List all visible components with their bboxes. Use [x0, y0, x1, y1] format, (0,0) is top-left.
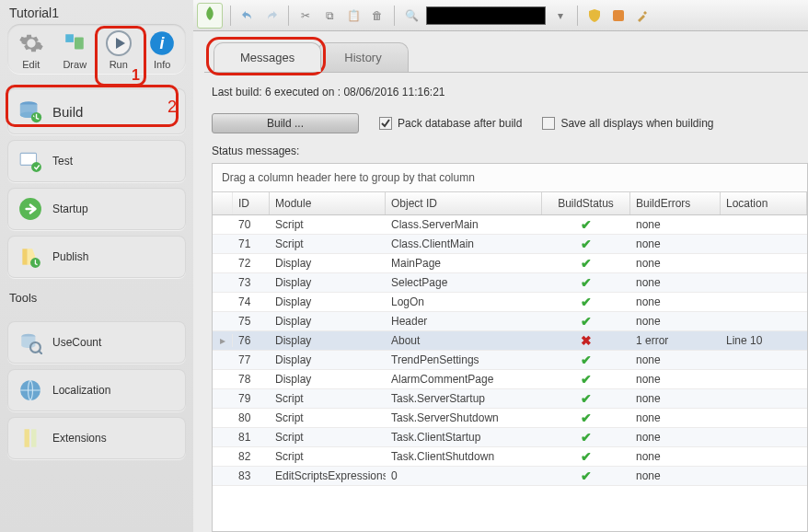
grid-header: ID Module Object ID BuildStatus BuildErr…: [213, 192, 807, 215]
tab-messages[interactable]: Messages: [214, 42, 321, 72]
usecount-icon: [17, 330, 43, 355]
cell-module: Display: [270, 257, 386, 270]
cell-object-id: LogOn: [386, 295, 542, 308]
top-toolbar: ✂ ⧉ 📋 🗑 🔍 ▾: [193, 0, 808, 31]
draw-view-button[interactable]: Draw: [57, 29, 94, 70]
tabs-row: Messages History 3: [214, 42, 808, 72]
edit-label: Edit: [22, 59, 40, 70]
pack-database-checkbox[interactable]: Pack database after build: [379, 117, 522, 130]
cell-id: 82: [233, 450, 270, 463]
svg-line-14: [39, 351, 42, 354]
tools-icon[interactable]: [633, 6, 652, 25]
col-module[interactable]: Module: [270, 192, 386, 214]
sidebar-item-usecount[interactable]: UseCount: [7, 321, 186, 364]
project-title: Tutorial1: [7, 4, 186, 24]
wizard-icon[interactable]: [609, 6, 628, 25]
svg-rect-18: [613, 10, 624, 21]
cell-object-id: Header: [386, 315, 542, 328]
sidebar-item-publish[interactable]: Publish: [7, 236, 186, 278]
gear-icon: [17, 29, 45, 57]
sidebar-item-extensions[interactable]: Extensions: [7, 417, 186, 459]
zoom-icon[interactable]: 🔍: [402, 6, 421, 25]
cell-build-status: ✔: [542, 275, 630, 290]
run-view-button[interactable]: Run 1: [100, 29, 137, 70]
table-row[interactable]: 71ScriptClass.ClientMain✔none: [213, 235, 807, 254]
table-row[interactable]: 77DisplayTrendPenSettings✔none: [213, 351, 807, 370]
checkbox-label: Save all displays when building: [560, 117, 713, 130]
col-location[interactable]: Location: [721, 192, 807, 214]
cell-build-status: ✔: [542, 449, 630, 464]
table-row[interactable]: 78DisplayAlarmCommentPage✔none: [213, 370, 807, 389]
sidebar-item-test[interactable]: Test: [7, 140, 186, 182]
cell-module: Display: [270, 334, 386, 347]
col-id[interactable]: ID: [233, 192, 270, 214]
group-by-hint[interactable]: Drag a column header here to group by th…: [213, 164, 807, 192]
cell-id: 79: [233, 392, 270, 405]
tab-label: Messages: [240, 51, 294, 64]
sidebar-item-localization[interactable]: Localization: [7, 369, 186, 411]
main-area: ✂ ⧉ 📋 🗑 🔍 ▾ Messages History 3 Last buil…: [193, 0, 808, 532]
paste-icon[interactable]: 📋: [344, 6, 363, 25]
table-row[interactable]: 82ScriptTask.ClientShutdown✔none: [213, 447, 807, 467]
cell-module: Script: [270, 237, 386, 250]
info-icon: i: [148, 29, 176, 57]
sidebar-item-label: Extensions: [52, 432, 107, 445]
check-icon: ✔: [581, 468, 592, 483]
col-object-id[interactable]: Object ID: [386, 192, 542, 214]
cell-build-errors: none: [630, 218, 721, 231]
table-row[interactable]: 81ScriptTask.ClientStartup✔none: [213, 428, 807, 447]
cell-id: 75: [233, 315, 270, 328]
cut-icon[interactable]: ✂: [296, 6, 315, 25]
tab-history[interactable]: History: [317, 42, 408, 72]
save-displays-checkbox[interactable]: Save all displays when building: [542, 117, 713, 130]
search-input[interactable]: [426, 6, 546, 25]
cell-id: 74: [233, 295, 270, 308]
cell-id: 77: [233, 353, 270, 366]
table-row[interactable]: 83EditScriptsExpressions0✔none: [213, 467, 807, 486]
extensions-icon: [17, 425, 43, 451]
app-logo[interactable]: [197, 3, 223, 29]
svg-point-9: [31, 162, 41, 172]
cell-build-errors: none: [630, 450, 721, 463]
info-view-button[interactable]: i Info: [144, 29, 181, 70]
copy-icon[interactable]: ⧉: [320, 6, 339, 25]
grid-rows: 70ScriptClass.ServerMain✔none71ScriptCla…: [213, 215, 807, 531]
shield-gold-icon[interactable]: [585, 6, 604, 25]
check-icon: ✔: [581, 449, 592, 464]
x-icon: ✖: [581, 333, 592, 348]
cell-build-status: ✔: [542, 430, 630, 445]
cell-id: 73: [233, 276, 270, 289]
cell-id: 83: [233, 469, 270, 482]
undo-icon[interactable]: [238, 6, 257, 25]
cell-module: Script: [270, 411, 386, 424]
sidebar-item-startup[interactable]: Startup: [7, 188, 186, 230]
row-gutter: ▸: [213, 334, 233, 347]
col-build-status[interactable]: BuildStatus: [542, 192, 630, 214]
table-row[interactable]: 72DisplayMainPage✔none: [213, 254, 807, 273]
annotation-number-2: 2: [167, 98, 177, 117]
delete-icon[interactable]: 🗑: [368, 6, 387, 25]
table-row[interactable]: 80ScriptTask.ServerShutdown✔none: [213, 409, 807, 428]
cell-object-id: AlarmCommentPage: [386, 373, 542, 386]
redo-icon[interactable]: [262, 6, 281, 25]
check-icon: ✔: [581, 314, 592, 329]
edit-view-button[interactable]: Edit: [13, 29, 50, 70]
cell-module: Display: [270, 373, 386, 386]
cell-build-errors: none: [630, 353, 721, 366]
table-row[interactable]: 74DisplayLogOn✔none: [213, 293, 807, 312]
table-row[interactable]: 73DisplaySelectPage✔none: [213, 273, 807, 293]
search-options-icon[interactable]: ▾: [551, 6, 570, 25]
build-button[interactable]: Build ...: [212, 113, 359, 133]
checkbox-checked-icon: [379, 117, 392, 130]
cell-module: Display: [270, 315, 386, 328]
table-row[interactable]: 75DisplayHeader✔none: [213, 312, 807, 331]
col-build-errors[interactable]: BuildErrors: [630, 192, 721, 214]
cell-build-status: ✖: [542, 333, 630, 348]
cell-object-id: TrendPenSettings: [386, 353, 542, 366]
cell-build-errors: none: [630, 469, 721, 482]
table-row[interactable]: 70ScriptClass.ServerMain✔none: [213, 215, 807, 235]
table-row[interactable]: ▸76DisplayAbout✖1 errorLine 10: [213, 331, 807, 351]
table-row[interactable]: 79ScriptTask.ServerStartup✔none: [213, 389, 807, 409]
cell-object-id: MainPage: [386, 257, 542, 270]
cell-build-errors: none: [630, 392, 721, 405]
